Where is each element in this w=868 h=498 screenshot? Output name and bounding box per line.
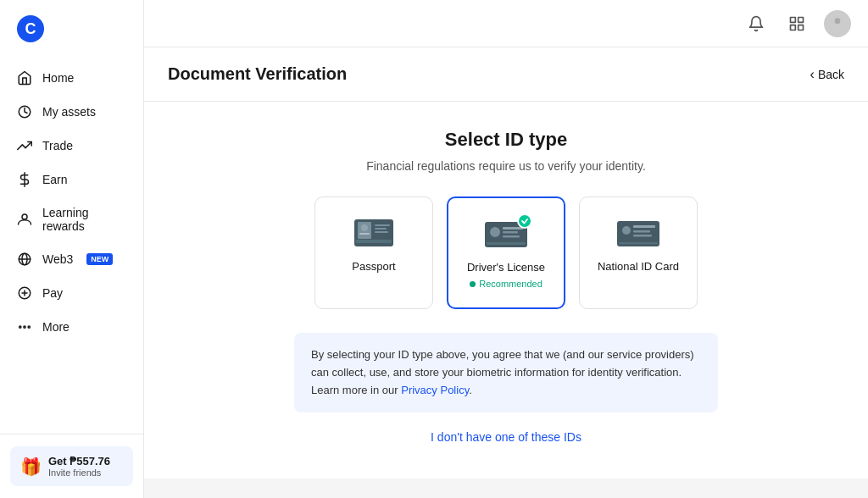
pay-icon: [17, 285, 32, 301]
svg-rect-33: [633, 235, 652, 237]
notification-button[interactable]: [743, 10, 770, 37]
sidebar-item-learning-rewards[interactable]: Learning rewards: [0, 196, 143, 242]
select-id-heading: Select ID type: [164, 129, 848, 151]
sidebar-item-more-label: More: [42, 320, 70, 334]
id-card-passport[interactable]: Passport: [314, 196, 433, 309]
sidebar-nav: Home My assets Trade Earn: [0, 61, 143, 434]
svg-point-24: [490, 227, 500, 237]
passport-icon: [351, 216, 397, 250]
sidebar-item-earn-label: Earn: [42, 173, 68, 186]
svg-rect-21: [375, 231, 388, 233]
disclaimer-text: By selecting your ID type above, you agr…: [311, 348, 694, 396]
svg-rect-18: [359, 233, 370, 235]
page-title: Document Verification: [168, 64, 347, 84]
id-type-cards: Passport: [164, 196, 848, 309]
license-label: Driver's License: [467, 261, 545, 274]
sidebar-item-home[interactable]: Home: [0, 61, 143, 95]
privacy-policy-link[interactable]: Privacy Policy: [401, 384, 469, 396]
svg-rect-22: [356, 240, 392, 243]
national-id-icon: [615, 216, 661, 250]
page-header: Document Verification ‹ Back: [144, 47, 868, 102]
assets-icon: [17, 104, 32, 119]
logo-mark: C: [17, 15, 44, 42]
learning-icon: [17, 212, 32, 227]
trade-icon: [17, 138, 32, 153]
invite-subtitle: Invite friends: [48, 468, 110, 478]
sidebar-item-home-label: Home: [42, 71, 74, 85]
sidebar-footer: 🎁 Get ₱557.76 Invite friends: [0, 434, 143, 498]
content-area: Select ID type Financial regulations req…: [144, 102, 868, 498]
disclaimer-box: By selecting your ID type above, you agr…: [294, 333, 718, 412]
sidebar-item-pay-label: Pay: [42, 286, 63, 300]
more-icon: [17, 319, 32, 335]
sidebar-item-pay[interactable]: Pay: [0, 276, 143, 310]
content-body: Select ID type Financial regulations req…: [144, 102, 868, 479]
svg-point-14: [835, 18, 841, 24]
passport-label: Passport: [352, 260, 395, 273]
sidebar-item-web3[interactable]: Web3 NEW: [0, 242, 143, 276]
svg-rect-31: [633, 225, 655, 228]
id-card-national-id[interactable]: National ID Card: [579, 196, 698, 309]
svg-rect-11: [798, 17, 804, 22]
avatar[interactable]: [824, 10, 851, 37]
svg-point-7: [19, 326, 21, 328]
svg-point-2: [22, 214, 27, 219]
back-chevron-icon: ‹: [810, 67, 815, 82]
svg-rect-28: [487, 242, 526, 245]
recommended-text: Recommended: [479, 279, 542, 289]
back-label: Back: [818, 68, 844, 81]
web3-icon: [17, 252, 32, 267]
sidebar-item-more[interactable]: More: [0, 310, 143, 344]
invite-friends-card[interactable]: 🎁 Get ₱557.76 Invite friends: [10, 446, 133, 486]
sidebar-item-earn[interactable]: Earn: [0, 163, 143, 196]
svg-point-17: [361, 224, 368, 231]
sidebar-item-web3-label: Web3: [42, 252, 73, 266]
svg-rect-32: [633, 230, 650, 233]
svg-rect-20: [375, 228, 387, 230]
web3-new-badge: NEW: [86, 253, 113, 265]
sidebar-item-my-assets[interactable]: My assets: [0, 95, 143, 129]
main-area: Document Verification ‹ Back Select ID t…: [144, 0, 868, 498]
logo[interactable]: C: [0, 0, 143, 58]
svg-rect-27: [503, 235, 520, 238]
svg-rect-34: [619, 242, 658, 245]
recommended-dot: [470, 281, 476, 287]
svg-rect-26: [503, 231, 518, 234]
invite-text: Get ₱557.76 Invite friends: [48, 455, 110, 478]
license-icon: [483, 217, 529, 251]
grid-button[interactable]: [783, 10, 810, 37]
svg-rect-10: [791, 17, 796, 22]
sidebar-item-assets-label: My assets: [42, 105, 96, 119]
svg-point-8: [24, 326, 25, 328]
sidebar-item-trade[interactable]: Trade: [0, 129, 143, 163]
no-id-link[interactable]: I don't have one of these IDs: [431, 430, 581, 444]
home-icon: [17, 70, 32, 86]
back-button[interactable]: ‹ Back: [810, 67, 844, 82]
select-id-subtitle: Financial regulations require us to veri…: [164, 159, 848, 173]
topbar: [144, 0, 868, 47]
svg-rect-13: [798, 25, 804, 30]
invite-title: Get ₱557.76: [48, 455, 110, 468]
earn-icon: [17, 172, 32, 187]
sidebar: C Home My assets Trade: [0, 0, 144, 498]
svg-point-9: [28, 326, 30, 328]
sidebar-item-trade-label: Trade: [42, 139, 73, 152]
gift-icon: 🎁: [20, 456, 42, 477]
sidebar-item-learning-label: Learning rewards: [42, 206, 126, 233]
svg-rect-12: [791, 25, 796, 30]
svg-point-30: [622, 226, 631, 235]
svg-rect-19: [375, 224, 390, 226]
recommended-badge: Recommended: [470, 279, 542, 289]
id-card-drivers-license[interactable]: Driver's License Recommended: [447, 196, 565, 309]
national-id-label: National ID Card: [598, 260, 679, 273]
